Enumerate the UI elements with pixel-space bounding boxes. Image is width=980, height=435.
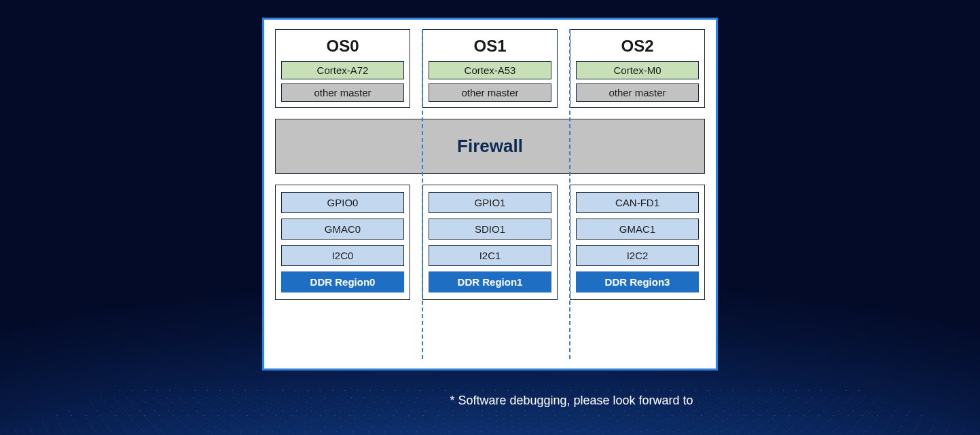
os-title: OS0 — [281, 37, 404, 56]
periph-item: SDIO1 — [429, 219, 551, 240]
periph-item: I2C1 — [429, 245, 551, 266]
cpu-label: Cortex-M0 — [576, 61, 699, 79]
ddr-region: DDR Region0 — [281, 271, 404, 292]
cpu-label: Cortex-A72 — [281, 61, 404, 79]
other-master-label: other master — [281, 83, 404, 102]
periph-box-2: CAN-FD1 GMAC1 I2C2 DDR Region3 — [570, 185, 705, 300]
periph-box-1: GPIO1 SDIO1 I2C1 DDR Region1 — [422, 185, 558, 300]
periph-box-0: GPIO0 GMAC0 I2C0 DDR Region0 — [275, 185, 410, 300]
periph-item: GMAC0 — [281, 219, 404, 240]
periph-item: GPIO1 — [429, 192, 551, 213]
ddr-region: DDR Region3 — [576, 271, 699, 292]
periph-item: I2C2 — [576, 245, 699, 266]
periph-item: GMAC1 — [576, 219, 699, 240]
peripheral-row: GPIO0 GMAC0 I2C0 DDR Region0 GPIO1 SDIO1… — [275, 185, 705, 300]
os-title: OS2 — [576, 37, 699, 56]
amp-architecture-diagram: OS0 Cortex-A72 other master OS1 Cortex-A… — [262, 18, 718, 371]
os-box-2: OS2 Cortex-M0 other master — [570, 29, 705, 108]
os-box-0: OS0 Cortex-A72 other master — [275, 29, 410, 108]
footnote: * Software debugging, please look forwar… — [0, 394, 980, 408]
periph-item: I2C0 — [281, 245, 404, 266]
os-title: OS1 — [429, 37, 551, 56]
other-master-label: other master — [576, 83, 699, 102]
ddr-region: DDR Region1 — [429, 271, 551, 292]
other-master-label: other master — [429, 83, 551, 102]
periph-item: CAN-FD1 — [576, 192, 699, 213]
cpu-label: Cortex-A53 — [429, 61, 551, 79]
os-box-1: OS1 Cortex-A53 other master — [422, 29, 558, 108]
firewall-bar: Firewall — [275, 119, 705, 174]
os-row: OS0 Cortex-A72 other master OS1 Cortex-A… — [275, 29, 705, 108]
periph-item: GPIO0 — [281, 192, 404, 213]
